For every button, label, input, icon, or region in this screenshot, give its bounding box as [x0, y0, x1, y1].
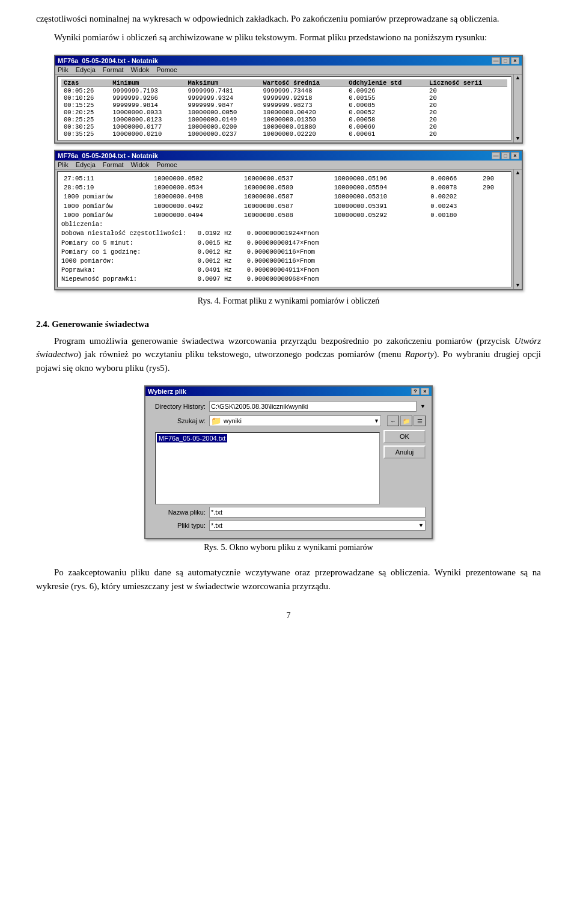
- table-cell: 1000 pomiarów: [61, 192, 151, 201]
- view-button[interactable]: ☰: [414, 415, 426, 426]
- back-button[interactable]: ←: [387, 415, 399, 426]
- table-cell: 10000000.0492: [151, 202, 242, 211]
- search-dropdown-arrow[interactable]: ▼: [374, 418, 379, 424]
- table-cell: 0.00202: [428, 192, 480, 201]
- calc-line: Niepewność poprawki: 0.0097 Hz 0.0000000…: [61, 275, 507, 284]
- table-cell: 20: [427, 123, 507, 130]
- filename-input[interactable]: [209, 507, 426, 518]
- filetype-value: *.txt: [211, 522, 222, 529]
- table-cell: 9999999.98273: [261, 102, 347, 109]
- close-button-2[interactable]: ×: [511, 152, 519, 159]
- table-cell: 10000000.05310: [332, 192, 428, 201]
- menu-format-1[interactable]: Format: [103, 66, 124, 73]
- menu-pomoc-2[interactable]: Pomoc: [156, 161, 177, 168]
- menu-widok-1[interactable]: Widok: [131, 66, 150, 73]
- scroll-down-arrow-2[interactable]: ▼: [516, 283, 519, 289]
- figure-1: MF76a_05-05-2004.txt - Notatnik — □ × Pl…: [36, 55, 541, 308]
- search-value-container: 📁 wyniki: [211, 416, 242, 426]
- maximize-button-2[interactable]: □: [501, 152, 510, 159]
- folder-icon: 📁: [211, 416, 221, 426]
- notepad-content-2: 27:05:1110000000.050210000000.0537100000…: [57, 171, 511, 287]
- filename-row: Nazwa pliku:: [151, 507, 426, 518]
- table-cell: 9999999.9847: [185, 102, 260, 109]
- titlebar-buttons-1: — □ ×: [492, 57, 519, 64]
- menu-widok-2[interactable]: Widok: [131, 161, 150, 168]
- table-cell: 9999999.7193: [110, 87, 185, 95]
- scroll-up-arrow-2[interactable]: ▲: [516, 170, 519, 176]
- maximize-button-1[interactable]: □: [501, 57, 510, 64]
- col-czas: Czas: [61, 79, 110, 87]
- directory-input[interactable]: [209, 401, 417, 412]
- minimize-button-1[interactable]: —: [492, 57, 500, 64]
- table-cell: 20: [427, 130, 507, 138]
- file-list[interactable]: MF76a_05-05-2004.txt: [155, 432, 380, 504]
- scroll-down-arrow-1[interactable]: ▼: [516, 136, 519, 142]
- menu-format-2[interactable]: Format: [103, 161, 124, 168]
- paragraph-4: Po zaakceptowaniu pliku dane są automaty…: [36, 566, 541, 593]
- filename-label: Nazwa pliku:: [151, 509, 206, 516]
- menu-edycja-2[interactable]: Edycja: [76, 161, 96, 168]
- table-cell: 0.00180: [428, 211, 480, 220]
- table-cell: [480, 202, 507, 211]
- table-cell: 00:10:26: [61, 94, 110, 102]
- menu-pomoc-1[interactable]: Pomoc: [156, 66, 177, 73]
- page-number: 7: [36, 611, 541, 620]
- table-cell: 10000000.0050: [185, 109, 260, 116]
- table-cell: 9999999.92918: [261, 94, 347, 102]
- new-folder-button[interactable]: 📁: [400, 415, 412, 426]
- table-cell: 20: [427, 109, 507, 116]
- close-button-1[interactable]: ×: [511, 57, 519, 64]
- directory-dropdown-arrow[interactable]: ▼: [420, 403, 426, 409]
- table-cell: 10000000.05391: [332, 202, 428, 211]
- table-cell: 10000000.00420: [261, 109, 347, 116]
- cancel-button[interactable]: Anuluj: [383, 445, 426, 459]
- filetype-label: Pliki typu:: [151, 522, 206, 529]
- col-srednia: Wartość średnia: [261, 79, 347, 87]
- search-label: Szukaj w:: [151, 417, 206, 424]
- table-cell: 0.00243: [428, 202, 480, 211]
- notepad-body-2: 27:05:1110000000.050210000000.0537100000…: [55, 170, 522, 289]
- menu-plik-1[interactable]: Plik: [58, 66, 69, 73]
- table-cell: 10000000.0237: [185, 130, 260, 138]
- p3-part1: Program umożliwia generowanie świadectwa…: [54, 336, 514, 346]
- table-cell: 10000000.0588: [242, 211, 332, 220]
- section-heading-2-4: 2.4. Generowanie świadectwa: [36, 319, 541, 329]
- filetype-dropdown[interactable]: *.txt ▼: [209, 520, 426, 531]
- table-cell: 00:25:25: [61, 116, 110, 123]
- table-cell: 20: [427, 87, 507, 95]
- menu-plik-2[interactable]: Plik: [58, 161, 69, 168]
- figure-2: Wybierz plik ? × Directory History: ▼ Sz…: [36, 385, 541, 555]
- table-cell: 27:05:11: [61, 174, 151, 183]
- table-cell: 0.00052: [346, 109, 427, 116]
- search-dropdown[interactable]: 📁 wyniki ▼: [209, 415, 381, 426]
- file-item-1[interactable]: MF76a_05-05-2004.txt: [157, 434, 227, 442]
- filetype-dropdown-arrow[interactable]: ▼: [418, 522, 424, 528]
- paragraph-3: Program umożliwia generowanie świadectwa…: [36, 334, 541, 375]
- table-cell: 10000000.0587: [242, 202, 332, 211]
- table-row: 27:05:1110000000.050210000000.0537100000…: [61, 174, 507, 183]
- menu-edycja-1[interactable]: Edycja: [76, 66, 96, 73]
- filetype-row: Pliki typu: *.txt ▼: [151, 520, 426, 531]
- table-row: 00:35:2510000000.021010000000.0237100000…: [61, 130, 507, 138]
- notepad-content-1: Czas Minimum Maksimum Wartość średnia Od…: [57, 76, 511, 141]
- notepad-body-1: Czas Minimum Maksimum Wartość średnia Od…: [55, 75, 522, 142]
- dialog-close-button[interactable]: ×: [421, 388, 429, 395]
- notepad-titlebar-2: MF76a_05-05-2004.txt - Notatnik — □ ×: [55, 151, 522, 161]
- dialog-qmark-button[interactable]: ?: [411, 388, 420, 395]
- scrollbar-1[interactable]: ▲ ▼: [513, 75, 522, 142]
- table-row: 28:05:1010000000.053410000000.0580100000…: [61, 183, 507, 192]
- scroll-up-arrow-1[interactable]: ▲: [516, 75, 519, 81]
- ok-button[interactable]: OK: [383, 430, 426, 443]
- table-cell: 10000000.0177: [110, 123, 185, 130]
- table-row: 00:10:269999999.92669999999.93249999999.…: [61, 94, 507, 102]
- scrollbar-2[interactable]: ▲ ▼: [513, 170, 522, 289]
- table-cell: 0.00061: [346, 130, 427, 138]
- table-cell: 0.00058: [346, 116, 427, 123]
- calc-line: 1000 pomiarów: 0.0012 Hz 0.00000000116×F…: [61, 257, 507, 266]
- table-cell: 00:35:25: [61, 130, 110, 138]
- col-minimum: Minimum: [110, 79, 185, 87]
- table-cell: 20: [427, 94, 507, 102]
- table-cell: 10000000.05196: [332, 174, 428, 183]
- figure-2-caption: Rys. 5. Okno wyboru pliku z wynikami pom…: [204, 543, 373, 552]
- minimize-button-2[interactable]: —: [492, 152, 500, 159]
